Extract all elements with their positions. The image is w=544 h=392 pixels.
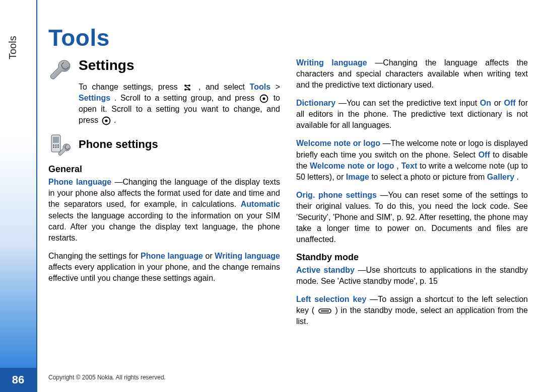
section-tab: Tools [7,36,19,59]
keyword-phone-language: Phone language [141,252,203,260]
softkey-icon [318,306,331,316]
settings-heading: Settings [79,57,134,73]
keyword-left-selection-key: Left selection key [296,295,366,303]
keyword-off: Off [479,150,490,159]
keyword-text: Text [401,162,418,170]
text: , [396,162,401,170]
welcome-paragraph: Welcome note or logo —The welcome note o… [296,138,528,182]
active-standby-paragraph: Active standby —Use shortcuts to applica… [296,265,528,287]
orig-settings-paragraph: Orig. phone settings —You can reset some… [296,190,528,245]
keyword-active-standby: Active standby [296,266,355,274]
keyword-off: Off [504,99,516,107]
text: or [494,99,504,107]
keyword-settings: Settings [79,94,110,102]
svg-rect-11 [55,144,57,146]
phone-settings-heading: Phone settings [79,138,158,151]
dictionary-paragraph: Dictionary —You can set the predictive t… [296,98,528,131]
svg-rect-10 [53,144,54,146]
text: . Scroll to a setting group, and press [114,94,258,102]
keyword-writing-language: Writing language [296,58,367,67]
svg-rect-14 [55,146,57,148]
text: > [276,83,280,91]
svg-rect-9 [53,137,59,143]
keyword-writing-language: Writing language [215,252,280,260]
scroll-key-icon [259,94,268,103]
svg-rect-15 [57,146,59,148]
svg-point-7 [105,119,107,122]
standby-heading: Standby mode [296,252,528,263]
side-rule [36,0,37,392]
keyword-phone-language: Phone language [48,178,111,186]
phone-language-paragraph: Phone language —Changing the language of… [48,177,280,243]
svg-point-5 [262,97,265,100]
column-left: Settings To change settings, press , and… [48,57,280,335]
keyword-on: On [480,99,491,107]
phone-wrench-icon [48,133,73,157]
phone-settings-header: Phone settings [48,133,280,157]
keyword-orig-phone-settings: Orig. phone settings [296,191,377,199]
two-columns: Settings To change settings, press , and… [48,57,528,335]
text: To change settings, press [79,83,182,91]
copyright-footer: Copyright © 2005 Nokia. All rights reser… [48,374,166,381]
text: or [205,252,215,260]
keyword-dictionary: Dictionary [296,99,335,107]
text: selects the language according to the in… [48,211,280,242]
settings-header: Settings [48,57,280,82]
page-title: Tools [48,24,528,51]
keyword-tools: Tools [250,83,270,91]
keyword-gallery: Gallery [487,173,514,181]
svg-rect-13 [53,146,54,148]
column-right: Writing language —Changing the language … [296,57,528,335]
document-page: Tools 86 Tools [0,0,544,392]
content-area: Tools [48,24,528,392]
wrench-icon [48,57,73,82]
text: affects every application in your phone,… [48,263,280,282]
general-heading: General [48,164,280,175]
keyword-automatic: Automatic [241,200,280,208]
menu-key-icon [183,83,192,92]
page-number: 86 [0,368,36,392]
svg-rect-12 [57,144,59,146]
text: —You can set the predictive text input [338,99,480,107]
text: Changing the settings for [48,252,141,260]
left-selection-key-paragraph: Left selection key —To assign a shortcut… [296,294,528,327]
keyword-welcome-note-or-logo: Welcome note or logo [296,139,380,147]
writing-language-paragraph: Writing language —Changing the language … [296,57,528,91]
text: , and select [198,83,250,91]
text: . [517,173,519,181]
text: . [114,116,116,124]
scroll-key-icon [102,116,111,125]
keyword-welcome-note-or-logo: Welcome note or logo [310,162,394,170]
keyword-image: Image [346,173,369,181]
text: to select a photo or picture from [371,173,487,181]
settings-intro: To change settings, press , and select T… [79,82,280,126]
changing-note-paragraph: Changing the settings for Phone language… [48,251,280,284]
